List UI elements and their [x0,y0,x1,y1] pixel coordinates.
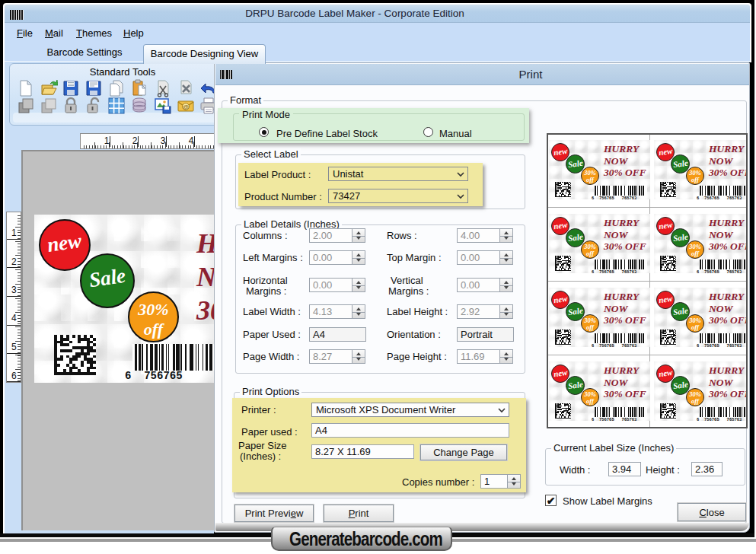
svg-text:@: @ [183,103,189,110]
